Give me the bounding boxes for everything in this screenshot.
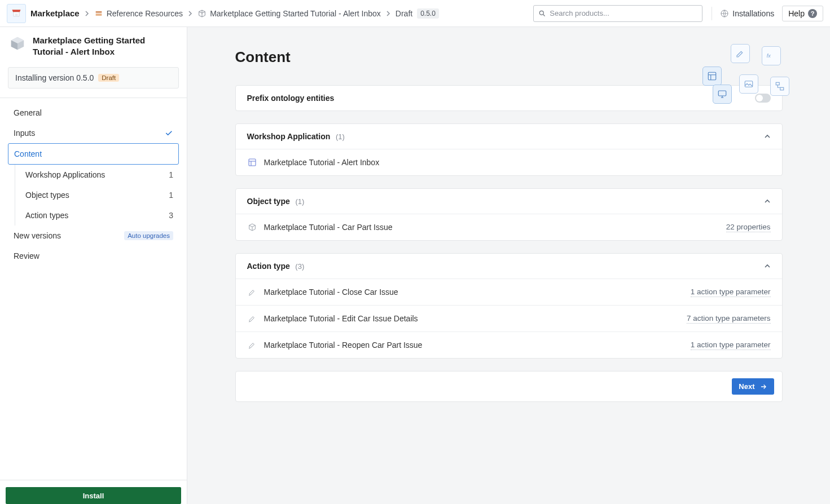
next-button-label: Next xyxy=(739,382,754,391)
object-section-header[interactable]: Object type (1) xyxy=(236,189,782,214)
svg-rect-7 xyxy=(776,82,779,85)
nav-new-versions[interactable]: New versions Auto upgrades xyxy=(8,226,179,246)
topbar: Marketplace Reference Resources Marketpl… xyxy=(0,0,830,27)
help-button[interactable]: Help ? xyxy=(782,6,823,21)
chevron-right-icon xyxy=(84,11,90,16)
installing-version-box: Installing version 0.5.0 Draft xyxy=(8,67,179,89)
next-button[interactable]: Next xyxy=(732,378,774,395)
function-icon: fx xyxy=(762,46,781,65)
subnav-object-types[interactable]: Object types 1 xyxy=(15,185,179,205)
workshop-section: Workshop Application (1) Marketplace Tut… xyxy=(235,123,783,176)
item-label: Marketplace Tutorial - Edit Car Issue De… xyxy=(264,314,418,323)
sidebar-title: Marketplace Getting Started Tutorial - A… xyxy=(33,35,178,58)
search-icon xyxy=(538,10,546,17)
image-icon xyxy=(739,74,758,94)
action-icon xyxy=(247,287,257,297)
footer-actions: Next xyxy=(235,371,783,402)
nav-label: Review xyxy=(14,251,39,260)
list-item[interactable]: Marketplace Tutorial - Car Part Issue 22… xyxy=(236,214,782,240)
svg-rect-6 xyxy=(745,81,753,87)
subnav-action-types[interactable]: Action types 3 xyxy=(15,205,179,226)
nav-general[interactable]: General xyxy=(8,103,179,123)
svg-rect-8 xyxy=(780,87,784,90)
svg-rect-9 xyxy=(249,159,256,166)
list-item[interactable]: Marketplace Tutorial - Reopen Car Part I… xyxy=(236,331,782,358)
draft-badge: Draft xyxy=(98,74,119,82)
help-icon: ? xyxy=(808,9,817,18)
properties-link[interactable]: 22 properties xyxy=(726,223,771,232)
parameters-link[interactable]: 7 action type parameters xyxy=(687,314,771,324)
subnav-count: 1 xyxy=(169,191,173,200)
application-icon xyxy=(247,157,257,167)
sidebar: Marketplace Getting Started Tutorial - A… xyxy=(0,27,187,504)
breadcrumb-product[interactable]: Marketplace Getting Started Tutorial - A… xyxy=(197,9,381,18)
version-pill: 0.5.0 xyxy=(417,8,439,19)
breadcrumb-reference-resources[interactable]: Reference Resources xyxy=(94,9,183,18)
chevron-up-icon xyxy=(764,133,771,140)
list-item[interactable]: Marketplace Tutorial - Close Car Issue 1… xyxy=(236,278,782,305)
cube-icon xyxy=(247,222,257,232)
section-title: Workshop Application xyxy=(247,132,331,141)
action-section-header[interactable]: Action type (3) xyxy=(236,254,782,278)
app-icon xyxy=(702,67,722,86)
subnav-count: 1 xyxy=(169,170,173,179)
subnav-label: Object types xyxy=(25,191,69,200)
workshop-section-header[interactable]: Workshop Application (1) xyxy=(236,124,782,149)
action-icon xyxy=(247,313,257,324)
chevron-right-icon xyxy=(385,11,391,16)
section-title: Action type xyxy=(247,262,290,271)
nav-content-subnav: Workshop Applications 1 Object types 1 A… xyxy=(15,165,179,226)
list-item[interactable]: Marketplace Tutorial - Edit Car Issue De… xyxy=(236,305,782,331)
installations-label: Installations xyxy=(732,9,774,18)
svg-rect-0 xyxy=(15,14,18,16)
installing-text: Installing version 0.5.0 xyxy=(15,73,94,82)
monitor-icon xyxy=(713,85,732,104)
object-type-section: Object type (1) Marketplace Tutorial - C… xyxy=(235,188,783,241)
globe-icon xyxy=(720,9,729,18)
nav-label: Inputs xyxy=(14,129,35,138)
action-type-section: Action type (3) Marketplace Tutorial - C… xyxy=(235,253,783,359)
item-label: Marketplace Tutorial - Car Part Issue xyxy=(264,223,393,232)
help-label: Help xyxy=(788,9,805,18)
subnav-workshop-applications[interactable]: Workshop Applications 1 xyxy=(15,165,179,185)
list-item[interactable]: Marketplace Tutorial - Alert Inbox xyxy=(236,149,782,175)
install-button[interactable]: Install xyxy=(6,487,181,504)
subnav-label: Workshop Applications xyxy=(25,170,105,179)
svg-point-1 xyxy=(540,11,544,15)
brand-label[interactable]: Marketplace xyxy=(30,8,80,18)
chevron-up-icon xyxy=(764,198,771,205)
sidebar-footer: Install xyxy=(0,480,187,504)
svg-rect-5 xyxy=(718,91,726,96)
search-input[interactable] xyxy=(550,9,697,17)
marketplace-icon xyxy=(11,8,22,19)
svg-rect-3 xyxy=(708,72,716,80)
main-content: fx Content Prefix ontology entities xyxy=(187,27,830,504)
item-label: Marketplace Tutorial - Alert Inbox xyxy=(264,158,380,167)
installations-link[interactable]: Installations xyxy=(720,9,774,18)
sidebar-nav: General Inputs Content Workshop Applicat… xyxy=(0,98,187,271)
section-title: Object type xyxy=(247,197,290,206)
edit-icon xyxy=(731,44,750,63)
prefix-ontology-label: Prefix ontology entities xyxy=(247,94,335,103)
divider xyxy=(712,7,712,20)
parameters-link[interactable]: 1 action type parameter xyxy=(691,341,771,350)
breadcrumb-draft[interactable]: Draft xyxy=(396,9,412,18)
nav-content[interactable]: Content xyxy=(8,143,179,165)
marketplace-logo-button[interactable] xyxy=(7,4,26,23)
prefix-ontology-toggle[interactable] xyxy=(755,94,771,103)
nav-inputs[interactable]: Inputs xyxy=(8,123,179,143)
section-count: (1) xyxy=(336,132,345,141)
nav-review[interactable]: Review xyxy=(8,246,179,266)
parameters-link[interactable]: 1 action type parameter xyxy=(691,288,771,297)
subnav-count: 3 xyxy=(169,211,173,220)
package-icon xyxy=(9,35,26,52)
section-count: (1) xyxy=(295,197,304,206)
subnav-label: Action types xyxy=(25,211,68,220)
check-icon xyxy=(164,129,173,138)
breadcrumb-label: Reference Resources xyxy=(107,9,183,18)
arrow-right-icon xyxy=(759,383,767,391)
nav-label: New versions xyxy=(14,231,61,240)
nav-label: General xyxy=(14,108,42,117)
svg-text:fx: fx xyxy=(767,53,771,59)
search-input-container[interactable] xyxy=(533,5,702,22)
